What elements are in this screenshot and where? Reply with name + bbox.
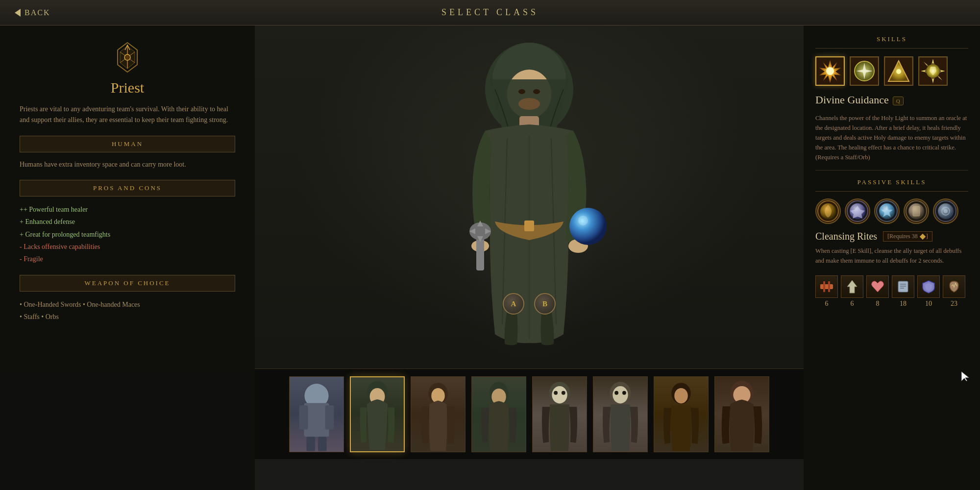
svg-point-44 (614, 391, 618, 394)
center-panel: A B (255, 25, 804, 490)
stat-health-value: 8 (876, 300, 880, 308)
passive-icon-3[interactable] (874, 198, 900, 224)
carousel-figure-4 (472, 377, 526, 452)
svg-point-5 (124, 54, 130, 60)
class-icon (110, 40, 145, 74)
svg-point-57 (896, 69, 901, 74)
pro-1: ++ Powerful team healer (20, 203, 235, 216)
svg-point-52 (826, 67, 834, 75)
defense-icon-box (917, 275, 940, 298)
right-panel: SKILLS (804, 25, 980, 490)
back-button[interactable]: BACK (15, 8, 50, 17)
class-name: Priest (20, 79, 235, 96)
strength-icon-box (815, 275, 838, 298)
svg-rect-77 (898, 281, 908, 292)
svg-point-10 (518, 98, 540, 110)
ability-btn-a[interactable]: A (503, 293, 524, 315)
weapon-header: WEAPON OF CHOICE (20, 275, 235, 292)
carousel-item-skeleton1[interactable] (532, 376, 587, 452)
weapon-line-1: • One-Handed Swords • One-handed Maces (20, 298, 235, 311)
svg-point-11 (518, 89, 525, 94)
stat-knowledge: 18 (892, 275, 914, 308)
svg-point-39 (552, 386, 567, 403)
carousel-item-skeleton2[interactable] (593, 376, 648, 452)
health-icon-box (866, 275, 889, 298)
passive-icon-2[interactable] (845, 198, 870, 224)
passive-icon-1[interactable] (815, 198, 841, 224)
page-title: SELECT CLASS (441, 7, 539, 18)
carousel-item-barbarian[interactable] (714, 376, 769, 452)
svg-rect-76 (828, 281, 830, 292)
main-layout: Priest Priests are vital to any adventur… (0, 25, 980, 490)
svg-marker-73 (920, 234, 926, 240)
character-carousel (255, 368, 804, 459)
character-display: A B (255, 25, 804, 368)
svg-point-12 (533, 89, 540, 94)
svg-rect-29 (325, 405, 334, 429)
skill-icon-3[interactable] (884, 56, 913, 86)
svg-point-24 (569, 208, 607, 245)
skill-icons-row (815, 56, 968, 86)
svg-point-25 (578, 216, 588, 225)
stat-strength: 6 (815, 275, 838, 308)
svg-point-47 (674, 388, 688, 403)
skill-icon-1[interactable] (815, 56, 845, 86)
svg-point-41 (562, 391, 565, 394)
pros-cons-list: ++ Powerful team healer + Enhanced defen… (20, 203, 235, 265)
skills-header: SKILLS (815, 35, 968, 49)
passive-icon-5[interactable] (933, 198, 958, 224)
skill-name-row: Divine Guidance Q (815, 94, 968, 108)
passive-icons-row (815, 198, 968, 224)
carousel-item-ranger[interactable] (471, 376, 526, 452)
back-arrow-icon (15, 9, 21, 17)
race-description: Humans have extra inventory space and ca… (20, 159, 235, 170)
svg-rect-31 (318, 437, 327, 451)
stat-agility-value: 6 (851, 300, 854, 308)
carousel-item-priest[interactable] (350, 376, 405, 452)
skill-name: Divine Guidance (815, 94, 889, 106)
carousel-figure-3 (411, 377, 465, 452)
svg-point-43 (612, 386, 628, 403)
pro-3: + Great for prolonged teamfights (20, 228, 235, 241)
skill-icon-4[interactable] (918, 56, 948, 86)
stat-agility: 6 (841, 275, 863, 308)
class-description: Priests are vital to any adventuring tea… (20, 104, 235, 126)
carousel-figure-8 (715, 377, 769, 452)
passive-skills-header: PASSIVE SKILLS (815, 178, 968, 192)
svg-rect-30 (306, 437, 315, 451)
svg-point-40 (554, 391, 558, 394)
carousel-figure-2 (351, 377, 404, 451)
weapon-list: • One-Handed Swords • One-handed Maces •… (20, 298, 235, 323)
stat-endurance-value: 23 (951, 300, 957, 308)
svg-point-72 (944, 209, 948, 213)
carousel-item-fighter[interactable] (289, 376, 344, 452)
con-2: - Fragile (20, 253, 235, 265)
skill-key-badge: Q (893, 97, 904, 105)
top-bar: BACK SELECT CLASS (0, 0, 980, 25)
carousel-figure-5 (533, 377, 587, 452)
stat-strength-value: 6 (825, 300, 829, 308)
stats-row: 6 6 8 (815, 275, 968, 308)
ability-btn-b[interactable]: B (534, 293, 556, 315)
character-figure: A B (412, 30, 647, 364)
passive-requires-badge: [Requires 38 ] (883, 231, 932, 242)
passive-icon-4[interactable] (904, 198, 929, 224)
svg-rect-14 (524, 220, 534, 231)
carousel-item-warlock[interactable] (654, 376, 709, 452)
carousel-figure-1 (290, 377, 343, 452)
stat-defense: 10 (917, 275, 940, 308)
carousel-figure-7 (654, 377, 708, 452)
passive-skill-name-row: Cleansing Rites [Requires 38 ] (815, 231, 968, 242)
ability-buttons: A B (503, 293, 556, 315)
knowledge-icon-box (892, 275, 914, 298)
race-header: HUMAN (20, 136, 235, 152)
skill-description: Channels the power of the Holy Light to … (815, 113, 968, 171)
skill-icon-2[interactable] (850, 56, 879, 86)
cursor-icon (960, 370, 970, 382)
svg-rect-75 (823, 281, 825, 292)
pros-cons-header: PROS AND CONS (20, 180, 235, 196)
carousel-item-rogue[interactable] (411, 376, 466, 452)
passive-skill-name: Cleansing Rites (815, 231, 877, 242)
con-1: - Lacks offensive capabilities (20, 241, 235, 253)
svg-rect-68 (913, 206, 920, 216)
